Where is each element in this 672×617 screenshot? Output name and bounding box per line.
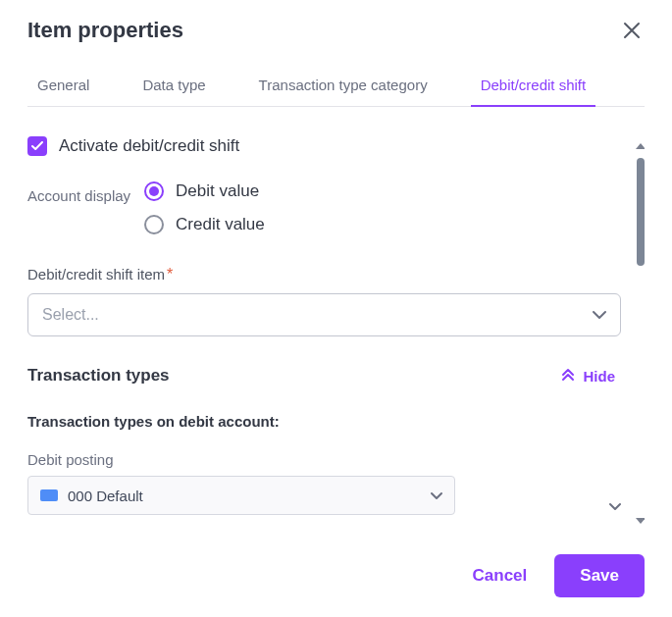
debit-posting-field: Debit posting 000 Default	[27, 451, 621, 515]
shift-item-field: Debit/credit shift item* Select...	[27, 266, 621, 336]
dialog-footer: Cancel Save	[27, 529, 645, 597]
transaction-types-title: Transaction types	[27, 366, 170, 386]
tag-icon	[40, 489, 58, 501]
cancel-button[interactable]: Cancel	[467, 556, 534, 595]
shift-item-label: Debit/credit shift item	[27, 266, 165, 283]
debit-posting-label: Debit posting	[27, 451, 621, 468]
tab-debit-credit-shift[interactable]: Debit/credit shift	[471, 69, 596, 107]
dialog-header: Item properties	[27, 18, 645, 43]
debit-account-subtitle: Transaction types on debit account:	[27, 413, 621, 430]
tab-transaction-type-category[interactable]: Transaction type category	[249, 69, 438, 107]
radio-label: Credit value	[176, 215, 265, 234]
debit-posting-value: 000 Default	[40, 488, 143, 504]
debit-posting-value-text: 000 Default	[68, 488, 143, 504]
scrollbar[interactable]	[635, 136, 645, 529]
radio-icon	[144, 181, 164, 201]
hide-label: Hide	[583, 368, 615, 385]
shift-item-label-row: Debit/credit shift item*	[27, 266, 621, 283]
shift-item-placeholder: Select...	[42, 306, 99, 324]
activate-checkbox-label: Activate debit/credit shift	[59, 136, 239, 156]
account-display-radios: Debit value Credit value	[144, 181, 265, 234]
close-button[interactable]	[619, 18, 645, 43]
tab-data-type[interactable]: Data type	[132, 69, 215, 107]
close-icon	[623, 22, 641, 39]
required-asterisk: *	[167, 266, 173, 283]
double-chevron-up-icon	[561, 368, 575, 385]
account-display-label: Account display	[27, 181, 130, 204]
chevron-down-icon	[593, 306, 606, 324]
scroll-thumb[interactable]	[637, 158, 645, 266]
radio-label: Debit value	[176, 181, 259, 201]
tab-general[interactable]: General	[27, 69, 99, 107]
transaction-types-header: Transaction types Hide	[27, 366, 621, 386]
activate-checkbox[interactable]	[27, 136, 47, 156]
tab-bar: General Data type Transaction type categ…	[27, 69, 645, 107]
scroll-down-icon[interactable]	[636, 511, 645, 529]
item-properties-dialog: Item properties General Data type Transa…	[0, 0, 672, 617]
check-icon	[31, 141, 43, 151]
radio-icon	[144, 215, 164, 234]
account-display-group: Account display Debit value Credit value	[27, 181, 621, 234]
chevron-down-icon[interactable]	[609, 497, 621, 515]
save-button[interactable]: Save	[554, 554, 645, 597]
shift-item-select[interactable]: Select...	[27, 293, 621, 336]
activate-checkbox-row: Activate debit/credit shift	[27, 136, 621, 156]
radio-debit-value[interactable]: Debit value	[144, 181, 265, 201]
radio-credit-value[interactable]: Credit value	[144, 215, 265, 234]
dialog-body: Activate debit/credit shift Account disp…	[27, 136, 645, 529]
hide-button[interactable]: Hide	[555, 367, 621, 386]
dialog-title: Item properties	[27, 18, 183, 43]
debit-posting-select[interactable]: 000 Default	[27, 476, 455, 515]
scroll-up-icon[interactable]	[636, 136, 645, 154]
chevron-down-icon	[431, 487, 442, 504]
